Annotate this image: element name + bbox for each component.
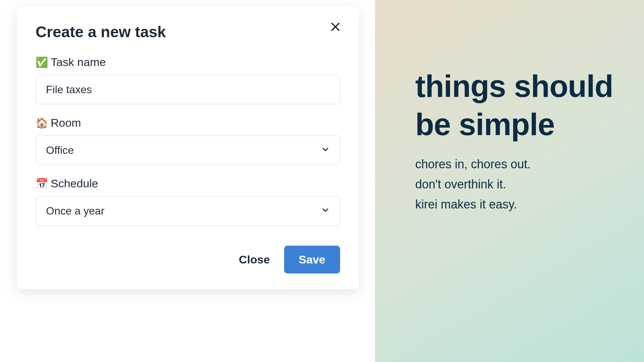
schedule-label-text: Schedule (51, 177, 98, 190)
schedule-select[interactable]: Once a year (36, 196, 340, 226)
checkmark-icon: ✅ (36, 56, 48, 68)
tagline-line-3: kirei makes it easy. (415, 194, 617, 215)
schedule-field-group: 📅 Schedule Once a year (36, 177, 340, 226)
modal-footer: Close Save (36, 246, 340, 274)
room-label-text: Room (51, 116, 81, 129)
room-select[interactable]: Office (36, 135, 340, 165)
close-icon (329, 21, 341, 33)
room-label: 🏠 Room (36, 116, 340, 129)
schedule-label: 📅 Schedule (36, 177, 340, 190)
room-select-wrapper: Office (36, 135, 340, 165)
left-panel: Create a new task ✅ Task name 🏠 Room Off… (0, 0, 375, 362)
house-icon: 🏠 (36, 117, 48, 129)
task-name-field-group: ✅ Task name (36, 56, 340, 104)
marketing-tagline: chores in, chores out. don't overthink i… (415, 154, 617, 214)
schedule-select-wrapper: Once a year (36, 196, 340, 226)
task-name-input[interactable] (36, 75, 340, 104)
marketing-headline: things should be simple (415, 67, 617, 143)
close-icon-button[interactable] (329, 20, 342, 34)
close-button[interactable]: Close (234, 250, 275, 269)
save-button[interactable]: Save (284, 246, 340, 274)
calendar-icon: 📅 (36, 178, 48, 189)
modal-title: Create a new task (36, 23, 340, 41)
task-name-label-text: Task name (51, 56, 106, 69)
room-field-group: 🏠 Room Office (36, 116, 340, 165)
tagline-line-2: don't overthink it. (415, 174, 617, 194)
task-name-label: ✅ Task name (36, 56, 340, 69)
create-task-modal: Create a new task ✅ Task name 🏠 Room Off… (17, 7, 359, 289)
tagline-line-1: chores in, chores out. (415, 154, 617, 174)
right-panel: things should be simple chores in, chore… (375, 0, 644, 362)
